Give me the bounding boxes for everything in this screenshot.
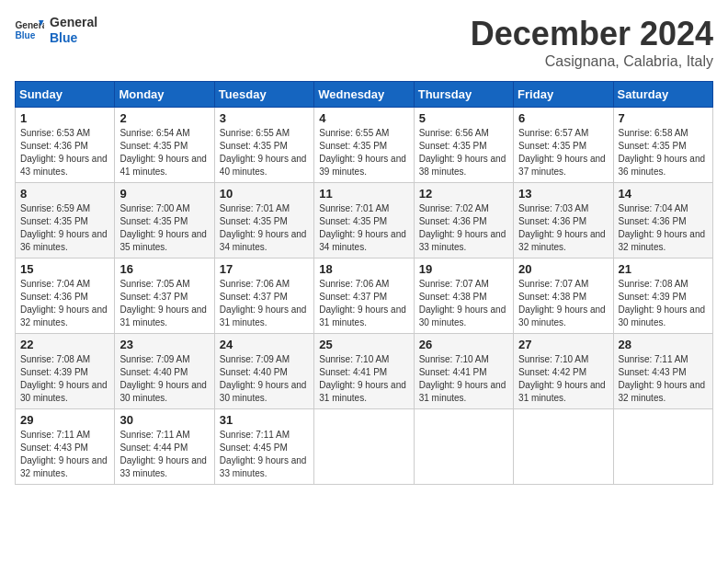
day-number: 12 xyxy=(419,187,508,201)
day-info: Sunrise: 7:10 AM Sunset: 4:42 PM Dayligh… xyxy=(518,353,608,405)
day-info: Sunrise: 7:07 AM Sunset: 4:38 PM Dayligh… xyxy=(518,278,608,329)
day-info: Sunrise: 6:59 AM Sunset: 4:35 PM Dayligh… xyxy=(20,202,109,254)
day-number: 27 xyxy=(518,338,608,351)
calendar-cell: 26 Sunrise: 7:10 AM Sunset: 4:41 PM Dayl… xyxy=(414,334,513,409)
weekday-header: Wednesday xyxy=(314,82,414,108)
svg-text:Blue: Blue xyxy=(15,30,35,40)
day-number: 22 xyxy=(20,338,109,351)
calendar-week-row: 15 Sunrise: 7:04 AM Sunset: 4:36 PM Dayl… xyxy=(16,259,713,334)
day-info: Sunrise: 7:11 AM Sunset: 4:44 PM Dayligh… xyxy=(119,429,209,480)
day-number: 24 xyxy=(220,338,309,351)
day-number: 26 xyxy=(419,338,508,351)
day-number: 30 xyxy=(119,413,209,427)
day-number: 6 xyxy=(518,111,608,125)
calendar-cell: 25 Sunrise: 7:10 AM Sunset: 4:41 PM Dayl… xyxy=(314,334,414,409)
calendar-cell: 19 Sunrise: 7:07 AM Sunset: 4:38 PM Dayl… xyxy=(414,259,513,334)
day-number: 8 xyxy=(20,187,109,201)
calendar-header-row: SundayMondayTuesdayWednesdayThursdayFrid… xyxy=(16,82,713,108)
calendar-cell: 31 Sunrise: 7:11 AM Sunset: 4:45 PM Dayl… xyxy=(214,409,313,485)
weekday-header: Sunday xyxy=(16,82,115,108)
day-number: 21 xyxy=(619,262,708,276)
day-number: 5 xyxy=(419,111,508,125)
calendar-cell: 30 Sunrise: 7:11 AM Sunset: 4:44 PM Dayl… xyxy=(115,409,214,485)
calendar-cell: 3 Sunrise: 6:55 AM Sunset: 4:35 PM Dayli… xyxy=(214,108,313,183)
day-number: 13 xyxy=(518,187,608,201)
calendar-cell xyxy=(314,409,414,485)
calendar-cell xyxy=(514,409,613,485)
calendar-week-row: 1 Sunrise: 6:53 AM Sunset: 4:36 PM Dayli… xyxy=(16,108,713,183)
logo-line1: General xyxy=(50,15,97,30)
calendar-table: SundayMondayTuesdayWednesdayThursdayFrid… xyxy=(15,81,713,485)
weekday-header: Friday xyxy=(514,82,613,108)
day-info: Sunrise: 6:53 AM Sunset: 4:36 PM Dayligh… xyxy=(20,127,109,178)
calendar-cell: 29 Sunrise: 7:11 AM Sunset: 4:43 PM Dayl… xyxy=(16,409,115,485)
calendar-cell xyxy=(414,409,513,485)
day-info: Sunrise: 7:03 AM Sunset: 4:36 PM Dayligh… xyxy=(518,202,608,254)
calendar-cell xyxy=(613,409,712,485)
day-info: Sunrise: 7:08 AM Sunset: 4:39 PM Dayligh… xyxy=(619,278,708,329)
day-info: Sunrise: 7:07 AM Sunset: 4:38 PM Dayligh… xyxy=(419,278,508,329)
day-number: 7 xyxy=(619,111,708,125)
calendar-cell: 18 Sunrise: 7:06 AM Sunset: 4:37 PM Dayl… xyxy=(314,259,414,334)
day-info: Sunrise: 7:08 AM Sunset: 4:39 PM Dayligh… xyxy=(20,353,109,405)
calendar-cell: 28 Sunrise: 7:11 AM Sunset: 4:43 PM Dayl… xyxy=(613,334,712,409)
day-number: 4 xyxy=(319,111,408,125)
day-info: Sunrise: 6:57 AM Sunset: 4:35 PM Dayligh… xyxy=(518,127,608,178)
day-info: Sunrise: 7:10 AM Sunset: 4:41 PM Dayligh… xyxy=(419,353,508,405)
day-number: 17 xyxy=(220,262,309,276)
month-title: December 2024 xyxy=(471,15,713,53)
day-number: 9 xyxy=(119,187,209,201)
day-info: Sunrise: 7:01 AM Sunset: 4:35 PM Dayligh… xyxy=(319,202,408,254)
calendar-cell: 2 Sunrise: 6:54 AM Sunset: 4:35 PM Dayli… xyxy=(115,108,214,183)
day-number: 19 xyxy=(419,262,508,276)
calendar-cell: 4 Sunrise: 6:55 AM Sunset: 4:35 PM Dayli… xyxy=(314,108,414,183)
day-number: 10 xyxy=(220,187,309,201)
logo-icon: General Blue xyxy=(15,17,44,43)
day-info: Sunrise: 6:56 AM Sunset: 4:35 PM Dayligh… xyxy=(419,127,508,178)
calendar-cell: 6 Sunrise: 6:57 AM Sunset: 4:35 PM Dayli… xyxy=(514,108,613,183)
weekday-header: Saturday xyxy=(613,82,712,108)
calendar-cell: 5 Sunrise: 6:56 AM Sunset: 4:35 PM Dayli… xyxy=(414,108,513,183)
day-info: Sunrise: 6:54 AM Sunset: 4:35 PM Dayligh… xyxy=(119,127,209,178)
calendar-cell: 7 Sunrise: 6:58 AM Sunset: 4:35 PM Dayli… xyxy=(613,108,712,183)
calendar-cell: 14 Sunrise: 7:04 AM Sunset: 4:36 PM Dayl… xyxy=(613,183,712,259)
calendar-cell: 22 Sunrise: 7:08 AM Sunset: 4:39 PM Dayl… xyxy=(16,334,115,409)
day-info: Sunrise: 7:00 AM Sunset: 4:35 PM Dayligh… xyxy=(119,202,209,254)
calendar-cell: 17 Sunrise: 7:06 AM Sunset: 4:37 PM Dayl… xyxy=(214,259,313,334)
day-number: 2 xyxy=(119,111,209,125)
day-info: Sunrise: 7:06 AM Sunset: 4:37 PM Dayligh… xyxy=(319,278,408,329)
day-number: 18 xyxy=(319,262,408,276)
day-info: Sunrise: 7:04 AM Sunset: 4:36 PM Dayligh… xyxy=(619,202,708,254)
day-info: Sunrise: 7:11 AM Sunset: 4:45 PM Dayligh… xyxy=(220,429,309,480)
day-info: Sunrise: 7:02 AM Sunset: 4:36 PM Dayligh… xyxy=(419,202,508,254)
day-number: 1 xyxy=(20,111,109,125)
calendar-body: 1 Sunrise: 6:53 AM Sunset: 4:36 PM Dayli… xyxy=(16,108,713,485)
logo-line2: Blue xyxy=(50,30,97,46)
calendar-week-row: 29 Sunrise: 7:11 AM Sunset: 4:43 PM Dayl… xyxy=(16,409,713,485)
calendar-cell: 15 Sunrise: 7:04 AM Sunset: 4:36 PM Dayl… xyxy=(16,259,115,334)
day-info: Sunrise: 7:01 AM Sunset: 4:35 PM Dayligh… xyxy=(220,202,309,254)
day-info: Sunrise: 7:09 AM Sunset: 4:40 PM Dayligh… xyxy=(119,353,209,405)
calendar-cell: 10 Sunrise: 7:01 AM Sunset: 4:35 PM Dayl… xyxy=(214,183,313,259)
day-number: 11 xyxy=(319,187,408,201)
day-info: Sunrise: 6:55 AM Sunset: 4:35 PM Dayligh… xyxy=(319,127,408,178)
day-info: Sunrise: 7:05 AM Sunset: 4:37 PM Dayligh… xyxy=(119,278,209,329)
calendar-cell: 13 Sunrise: 7:03 AM Sunset: 4:36 PM Dayl… xyxy=(514,183,613,259)
logo: General Blue General Blue xyxy=(15,15,97,46)
calendar-cell: 27 Sunrise: 7:10 AM Sunset: 4:42 PM Dayl… xyxy=(514,334,613,409)
calendar-cell: 20 Sunrise: 7:07 AM Sunset: 4:38 PM Dayl… xyxy=(514,259,613,334)
weekday-header: Thursday xyxy=(414,82,513,108)
day-number: 16 xyxy=(119,262,209,276)
day-info: Sunrise: 7:06 AM Sunset: 4:37 PM Dayligh… xyxy=(220,278,309,329)
day-info: Sunrise: 7:09 AM Sunset: 4:40 PM Dayligh… xyxy=(220,353,309,405)
calendar-cell: 16 Sunrise: 7:05 AM Sunset: 4:37 PM Dayl… xyxy=(115,259,214,334)
day-number: 14 xyxy=(619,187,708,201)
day-info: Sunrise: 7:04 AM Sunset: 4:36 PM Dayligh… xyxy=(20,278,109,329)
calendar-cell: 24 Sunrise: 7:09 AM Sunset: 4:40 PM Dayl… xyxy=(214,334,313,409)
calendar-cell: 23 Sunrise: 7:09 AM Sunset: 4:40 PM Dayl… xyxy=(115,334,214,409)
calendar-cell: 12 Sunrise: 7:02 AM Sunset: 4:36 PM Dayl… xyxy=(414,183,513,259)
day-info: Sunrise: 6:55 AM Sunset: 4:35 PM Dayligh… xyxy=(220,127,309,178)
calendar-cell: 1 Sunrise: 6:53 AM Sunset: 4:36 PM Dayli… xyxy=(16,108,115,183)
day-info: Sunrise: 7:11 AM Sunset: 4:43 PM Dayligh… xyxy=(20,429,109,480)
calendar-cell: 21 Sunrise: 7:08 AM Sunset: 4:39 PM Dayl… xyxy=(613,259,712,334)
